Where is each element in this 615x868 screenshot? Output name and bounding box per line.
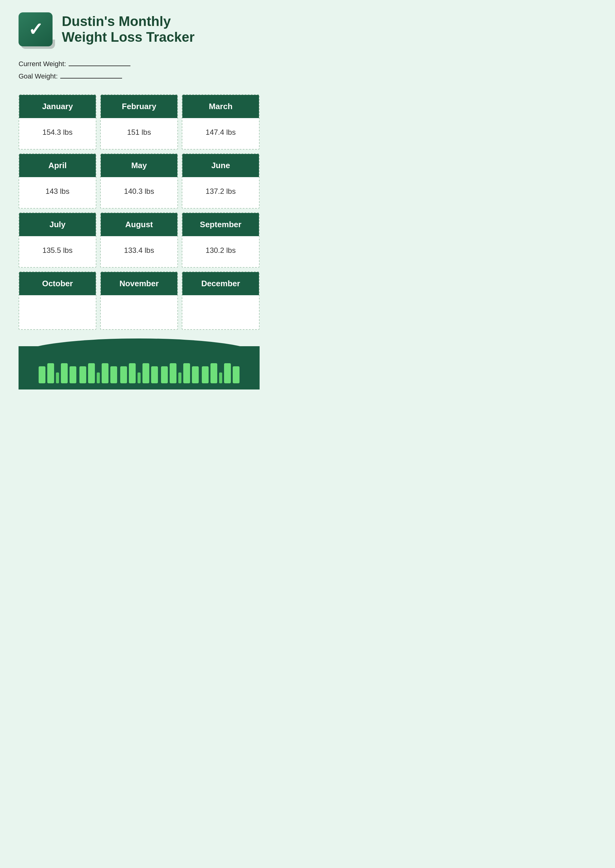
month-value-july[interactable]: 135.5 lbs <box>19 236 96 267</box>
plate <box>192 366 199 383</box>
month-cell-march: March147.4 lbs <box>182 94 260 150</box>
current-weight-label: Current Weight: <box>19 60 66 68</box>
month-value-march[interactable]: 147.4 lbs <box>182 118 259 149</box>
month-cell-june: June137.2 lbs <box>182 153 260 209</box>
plate <box>110 366 117 383</box>
bar <box>97 373 100 383</box>
plate <box>211 363 217 383</box>
plate <box>47 363 54 383</box>
goal-weight-label: Goal Weight: <box>19 72 58 80</box>
month-cell-january: January154.3 lbs <box>19 94 97 150</box>
bar <box>219 373 222 383</box>
plate <box>224 363 231 383</box>
info-section: Current Weight: Goal Weight: <box>19 59 260 83</box>
plate <box>183 363 190 383</box>
plate <box>80 366 86 383</box>
current-weight-field[interactable] <box>69 59 130 66</box>
month-header-november: November <box>101 272 177 295</box>
dumbbell-4 <box>161 363 199 383</box>
month-cell-april: April143 lbs <box>19 153 97 209</box>
plate <box>233 366 239 383</box>
month-value-june[interactable]: 137.2 lbs <box>182 177 259 208</box>
month-cell-may: May140.3 lbs <box>100 153 178 209</box>
month-header-may: May <box>101 154 177 177</box>
title-block: Dustin's Monthly Weight Loss Tracker <box>62 14 260 45</box>
header-section: Dustin's Monthly Weight Loss Tracker <box>19 12 260 46</box>
plate <box>202 366 209 383</box>
month-header-july: July <box>19 213 96 236</box>
month-header-february: February <box>101 95 177 118</box>
month-cell-november: November <box>100 272 178 330</box>
month-value-november[interactable] <box>101 295 177 329</box>
month-header-august: August <box>101 213 177 236</box>
month-value-september[interactable]: 130.2 lbs <box>182 236 259 267</box>
bar <box>56 373 59 383</box>
month-header-april: April <box>19 154 96 177</box>
plate <box>129 363 136 383</box>
month-cell-february: February151 lbs <box>100 94 178 150</box>
bar <box>137 373 140 383</box>
month-cell-december: December <box>182 272 260 330</box>
dumbbell-2 <box>80 363 117 383</box>
month-header-march: March <box>182 95 259 118</box>
dumbbell-3 <box>120 363 158 383</box>
goal-weight-field[interactable] <box>60 71 122 78</box>
months-grid: January154.3 lbsFebruary151 lbsMarch147.… <box>19 94 260 330</box>
month-header-january: January <box>19 95 96 118</box>
plate <box>39 366 45 383</box>
goal-weight-line: Goal Weight: <box>19 71 260 80</box>
plate <box>70 366 76 383</box>
plate <box>151 366 158 383</box>
month-header-december: December <box>182 272 259 295</box>
month-cell-september: September130.2 lbs <box>182 212 260 268</box>
plate <box>170 363 176 383</box>
app-title: Dustin's Monthly Weight Loss Tracker <box>62 14 260 45</box>
plate <box>61 363 68 383</box>
dumbbell-5 <box>202 363 239 383</box>
month-cell-october: October <box>19 272 97 330</box>
month-value-may[interactable]: 140.3 lbs <box>101 177 177 208</box>
month-cell-august: August133.4 lbs <box>100 212 178 268</box>
plate <box>142 363 149 383</box>
plate <box>101 363 108 383</box>
month-header-october: October <box>19 272 96 295</box>
footer-decoration <box>19 346 260 389</box>
plate <box>88 363 95 383</box>
app-logo <box>19 12 53 46</box>
month-header-june: June <box>182 154 259 177</box>
month-value-january[interactable]: 154.3 lbs <box>19 118 96 149</box>
month-header-september: September <box>182 213 259 236</box>
plate <box>161 366 168 383</box>
bar <box>178 373 181 383</box>
month-value-april[interactable]: 143 lbs <box>19 177 96 208</box>
dumbbell-1 <box>39 363 76 383</box>
month-value-october[interactable] <box>19 295 96 329</box>
month-cell-july: July135.5 lbs <box>19 212 97 268</box>
month-value-december[interactable] <box>182 295 259 329</box>
current-weight-line: Current Weight: <box>19 59 260 68</box>
month-value-february[interactable]: 151 lbs <box>101 118 177 149</box>
plate <box>120 366 127 383</box>
month-value-august[interactable]: 133.4 lbs <box>101 236 177 267</box>
